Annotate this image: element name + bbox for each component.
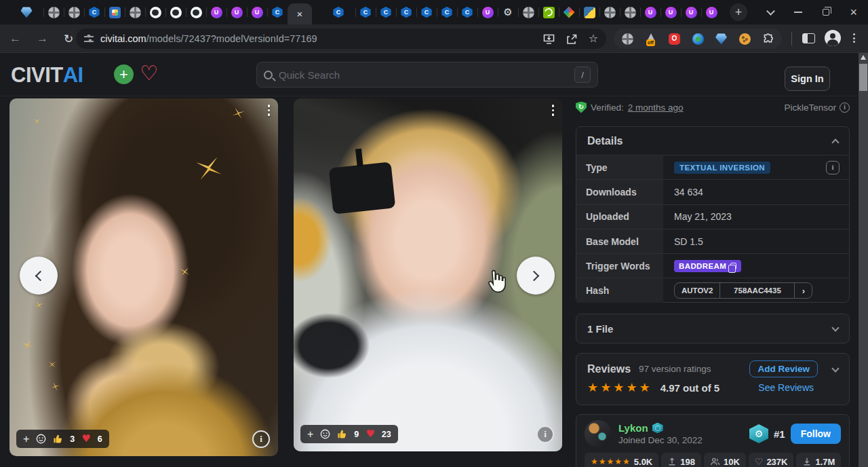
active-tab[interactable]: × [288,3,312,24]
pinned-tab-civitai[interactable] [328,5,349,19]
type-badge[interactable]: TEXTUAL INVERSION [674,162,770,174]
thumbs-up-icon[interactable] [53,434,63,444]
thumbs-up-icon[interactable] [337,429,347,439]
install-app-icon[interactable] [543,34,555,44]
creator-name-link[interactable]: Lykon [618,422,648,434]
page-scrollbar[interactable] [859,53,868,467]
pinned-tab-globe[interactable] [64,5,84,19]
new-tab-button[interactable]: + [730,3,747,21]
pinned-tab-ultra[interactable] [640,5,660,19]
heart-reaction-icon[interactable]: ♥ [366,429,374,439]
extension-gem-icon[interactable] [715,33,727,45]
tab-close-icon[interactable]: × [297,8,303,20]
pinned-tab-ultra[interactable] [247,5,267,19]
site-info-icon[interactable] [84,35,94,43]
extensions-puzzle-icon[interactable] [762,33,774,45]
pinned-tab-gem[interactable] [16,5,37,19]
pinned-tab-ultra[interactable] [206,5,226,19]
side-panel-icon[interactable] [802,33,815,43]
pinned-tab-civitai[interactable] [267,5,288,19]
sign-in-button[interactable]: Sign In [785,67,830,91]
scrollbar-up-arrow[interactable] [861,55,866,60]
pinned-tab-github[interactable] [145,5,165,19]
forward-button[interactable]: → [37,32,48,45]
url-text[interactable]: civitai.com/models/72437?modelVersionId=… [100,33,317,44]
pinned-tab-globe[interactable] [620,5,640,19]
like-count: 3 [70,434,75,444]
window-close-button[interactable]: × [850,9,857,16]
heart-reaction-icon[interactable]: ♥ [81,434,90,444]
chevron-up-icon[interactable] [831,138,839,146]
image-info-icon[interactable]: i [536,426,554,443]
pinned-tab-globe[interactable] [43,5,64,19]
trigger-word-badge[interactable]: BADDREAM [674,260,741,272]
see-reviews-link[interactable]: See Reviews [758,382,814,393]
extension-opera-icon[interactable] [669,33,680,45]
hash-pill[interactable]: AUTOV2 758AAC4435 › [674,282,812,299]
pinned-tab-civitai[interactable] [437,5,457,19]
pinned-tab-globe[interactable] [518,5,538,19]
pinned-tab-store[interactable] [104,5,125,19]
pinned-tab-globe[interactable] [125,5,145,19]
creator-avatar[interactable] [585,420,612,447]
pinned-tab-civitai[interactable] [416,5,437,19]
copy-icon[interactable] [730,263,736,269]
create-plus-button[interactable]: + [114,64,134,84]
pinned-tab-ultra[interactable] [477,5,498,19]
share-icon[interactable] [566,34,577,44]
pinned-tab-globe[interactable] [599,5,620,19]
pinned-tab-diamond[interactable] [559,5,579,19]
extension-earth-icon[interactable] [692,33,704,45]
bookmark-star-icon[interactable]: ☆ [589,33,598,44]
search-input[interactable] [279,69,568,81]
pinned-tab-github[interactable] [165,5,186,19]
reload-button[interactable]: ↻ [64,32,73,45]
chevron-down-icon[interactable] [831,365,839,372]
format-info-icon[interactable]: i [840,102,850,113]
hash-value[interactable]: 758AAC4435 [719,283,794,298]
pinned-tab-civitai[interactable] [355,5,376,19]
pinned-tab-github[interactable] [186,5,206,19]
emoji-reaction-icon[interactable] [320,429,330,439]
emoji-reaction-icon[interactable] [36,434,46,444]
pinned-tab-gear[interactable] [498,5,518,19]
window-restore-button[interactable] [823,9,829,16]
pinned-tab-civitai[interactable] [84,5,104,19]
extension-wind-off-icon[interactable]: off [646,33,657,45]
carousel-prev-button[interactable] [20,257,58,295]
pinned-tab-ultra[interactable] [681,5,701,19]
pinned-tab-ultra[interactable] [660,5,681,19]
verified-time-link[interactable]: 2 months ago [628,102,684,113]
pinned-tab-ultra[interactable] [226,5,247,19]
image-menu-icon[interactable] [268,105,271,116]
extension-cookie-icon[interactable] [739,33,751,45]
browser-menu-icon[interactable] [853,33,855,43]
files-accordion[interactable]: 1 File [576,314,850,343]
follow-button[interactable]: Follow [791,424,841,444]
address-bar[interactable]: civitai.com/models/72437?modelVersionId=… [76,29,606,49]
pinned-tab-nvidia[interactable] [538,5,559,19]
hash-expand-chevron-icon[interactable]: › [794,283,812,298]
browser-profile-avatar[interactable] [825,30,841,46]
pinned-tab-civitai[interactable] [457,5,477,19]
pinned-tab-civitai[interactable] [396,5,416,19]
add-review-button[interactable]: Add Review [749,360,818,377]
add-reaction-button[interactable]: + [23,434,29,445]
hash-type-label: AUTOV2 [675,283,719,298]
carousel-next-button[interactable] [517,257,555,295]
pinned-tab-ultra[interactable] [701,5,722,19]
tab-search-chevron-icon[interactable] [767,7,776,16]
pinned-tab-civitai[interactable] [376,5,396,19]
back-button[interactable]: ← [9,32,21,45]
extension-globe-icon[interactable] [622,33,633,45]
image-info-icon[interactable]: i [252,430,270,448]
image-menu-icon[interactable] [552,105,555,116]
add-reaction-button[interactable]: + [307,429,313,440]
civitai-logo[interactable]: CIVITAI [11,63,83,88]
pinned-tab-python[interactable] [579,5,599,19]
scrollbar-thumb[interactable] [859,64,867,91]
favorites-heart-icon[interactable]: ♡ [140,61,158,85]
search-bar[interactable]: / [256,62,598,88]
window-minimize-button[interactable] [794,12,802,13]
type-info-icon[interactable]: i [826,161,840,174]
